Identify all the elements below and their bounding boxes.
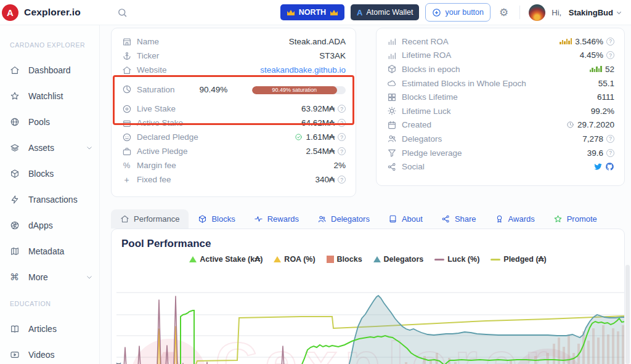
row-label: Delegators [402,134,442,144]
briefcase-icon [121,147,132,156]
sidebar-item-blocks[interactable]: Blocks [9,161,99,187]
help-icon[interactable]: ? [338,119,346,127]
plus-circle-icon [432,8,441,17]
legend-pledged[interactable]: Pledged (₳) [491,255,546,264]
share-icon [386,162,397,172]
row-label: Margin fee [137,161,176,170]
cloud-icon [386,78,397,88]
help-icon[interactable]: ? [606,149,614,157]
video-icon [9,350,20,360]
user-menu[interactable]: Hi, StakingBud [552,8,622,17]
sidebar-section-explorer: CARDANO EXPLORER [10,41,99,49]
help-icon[interactable]: ? [338,176,346,184]
row-label: Lifetime ROA [402,51,451,60]
tab-rewards[interactable]: Rewards [245,209,308,229]
legend-roa[interactable]: ROA (%) [274,255,315,264]
legend-luck[interactable]: Luck (%) [434,255,479,264]
row-value: 4.45%? [580,51,614,60]
help-icon[interactable]: ? [606,38,614,46]
anchor-icon [121,51,132,61]
sidebar-item-transactions[interactable]: Transactions [9,187,99,212]
atomic-wallet-button[interactable]: A Atomic Wallet [351,4,419,20]
sidebar-item-more[interactable]: ⌘More [9,264,99,290]
row-blocks-in-epoch: Blocks in epoch52 [386,62,614,76]
pie-chart-icon [121,84,132,94]
tab-awards[interactable]: Awards [486,209,544,229]
help-icon[interactable]: ? [606,51,614,59]
logo-text: Cexplorer.io [24,7,81,18]
settings-gear-icon[interactable]: ⚙ [497,6,511,19]
check-circle-icon [295,133,303,141]
gold-sparkline-icon [560,38,572,44]
map-icon [9,246,20,256]
help-icon[interactable]: ? [338,133,346,141]
pulse-icon [254,214,263,224]
row-label: Estimated Blocks in Whole Epoch [402,79,526,88]
row-ticker: TickerST3AK [121,49,346,63]
row-pledge-leverage: Pledge leverage39.6? [386,146,614,160]
row-value: 340₳? [315,175,346,184]
search-icon[interactable] [117,7,128,18]
row-value: 6111 [597,92,614,102]
row-value[interactable]: steakandbake.github.io [260,65,346,75]
chevron-down-icon [86,144,93,152]
page-scrollbar[interactable] [625,265,630,364]
target-icon [121,104,132,114]
row-blocks-lifetime: Blocks Lifetime6111 [386,90,614,104]
row-live-stake: Live Stake63.92M₳? [121,102,346,116]
row-label: Recent ROA [402,37,449,46]
tab-promote[interactable]: Promote [544,209,606,229]
sidebar-item-pools[interactable]: Pools [9,109,99,135]
legend-marker [373,256,381,262]
row-label: Website [137,65,167,75]
sidebar-item-metadata[interactable]: Metadata [9,238,99,264]
twitter-icon[interactable] [593,162,603,171]
your-button[interactable]: your button [425,3,491,22]
sidebar-item-dapps[interactable]: dApps [9,212,99,238]
sidebar-item-dashboard[interactable]: Dashboard [9,57,99,83]
users-icon [386,134,397,144]
tab-about[interactable]: About [379,209,432,229]
clock-icon [566,121,574,129]
tab-blocks[interactable]: Blocks [189,209,244,229]
row-created: Created29.7.2020 [386,118,614,132]
legend-active[interactable]: Active Stake (k₳) [189,255,263,264]
legend-delegators[interactable]: Delegators [373,255,424,264]
row-value: 64.62M₳? [301,118,346,127]
row-value: 2% [333,161,346,170]
legend-blocks[interactable]: Blocks [327,255,362,264]
north-button[interactable]: NORTH [280,4,344,20]
row-active-pledge: Active Pledge2.54M₳? [121,144,346,158]
tab-delegators[interactable]: Delegators [308,209,379,229]
pool-tabs: PerformanceBlocksRewardsDelegatorsAboutS… [111,208,606,229]
performance-chart[interactable]: ₳CexplorerAmount [116,291,625,364]
logo[interactable]: A Cexplorer.io [0,4,100,21]
row-value: 1.61M₳? [295,132,346,142]
username: StakingBud [569,8,613,17]
tab-performance[interactable]: Performance [111,209,189,229]
tab-share[interactable]: Share [432,209,486,229]
legend-marker [491,259,500,261]
sidebar-item-articles[interactable]: Articles [9,316,99,342]
sidebar-item-watchlist[interactable]: Watchlist [9,83,99,109]
row-value: 29.7.2020 [566,120,614,129]
plus-icon: + [121,175,132,185]
row-value: Steak.and.ADA [289,37,346,46]
cube-icon [198,214,207,224]
help-icon[interactable]: ? [338,147,346,155]
home-icon [120,214,129,224]
help-icon[interactable]: ? [606,135,614,143]
row-margin-fee: %Margin fee2% [121,158,346,172]
help-icon[interactable]: ? [338,105,346,113]
github-icon[interactable] [605,162,614,171]
crown-icon [287,9,295,16]
row-label: Pledge leverage [402,148,462,158]
row-label: Active Pledge [137,147,188,156]
sidebar-item-videos[interactable]: Videos [9,342,99,364]
cube-icon [386,64,397,74]
sidebar-item-assets[interactable]: Assets [9,135,99,161]
user-avatar[interactable] [529,4,545,21]
cexplorer-pool-page: A Cexplorer.io NORTH A Atomic Wallet you… [0,0,631,364]
funnel-icon [386,148,397,158]
row-declared-pledge: Declared Pledge1.61M₳? [121,130,346,144]
